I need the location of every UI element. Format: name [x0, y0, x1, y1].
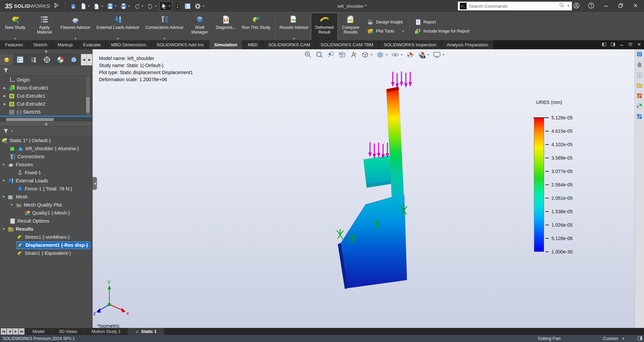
- tree-item-mesh[interactable]: ▼Mesh: [0, 193, 92, 201]
- connections-advisor-button[interactable]: Connections Advisor▼: [142, 13, 186, 40]
- tab-solidworks-cam[interactable]: SOLIDWORKS CAM: [263, 40, 315, 49]
- doc-minimize-icon[interactable]: [620, 42, 624, 48]
- home-taskpane-icon[interactable]: [636, 61, 643, 69]
- propertymanager-tab[interactable]: [13, 54, 27, 65]
- tree-item-sketch5[interactable]: (-) Sketch5: [0, 108, 92, 116]
- doc-close-icon[interactable]: [637, 42, 641, 48]
- previous-tab-icon[interactable]: [7, 328, 12, 335]
- selected-tree-item[interactable]: Displacement1 (-Res disp-): [17, 242, 90, 249]
- scrollbar-thumb[interactable]: [86, 97, 90, 113]
- annotation-view-icon[interactable]: [350, 51, 358, 59]
- restore-button[interactable]: [618, 2, 624, 10]
- close-button[interactable]: [632, 2, 639, 10]
- tree-item-displacement1[interactable]: Displacement1 (-Res disp-): [0, 241, 92, 249]
- filter-dropdown[interactable]: ▼: [11, 130, 13, 133]
- study-tree-filter[interactable]: ▼: [0, 126, 92, 136]
- appearances-icon[interactable]: [636, 103, 643, 111]
- new-study-button[interactable]: New Study▼: [2, 13, 28, 40]
- doc-restore-icon[interactable]: [628, 42, 633, 48]
- expander-icon[interactable]: ▶: [2, 94, 7, 98]
- expander-icon[interactable]: ▶: [2, 102, 7, 106]
- plot-tools-button[interactable]: Plot Tools▼: [367, 28, 405, 35]
- tree-item-cut-extrude2[interactable]: ▶Cut-Extrude2: [0, 100, 92, 108]
- results-advisor-button[interactable]: Results Advisor▼: [276, 13, 311, 40]
- run-this-study-button[interactable]: Run This Study: [239, 13, 273, 40]
- tree-item-stress1[interactable]: Stress1 (-vonMises-): [0, 233, 92, 241]
- expander-icon[interactable]: ▶: [2, 86, 7, 90]
- design-library-icon[interactable]: [636, 82, 643, 90]
- print-flyout[interactable]: ▼: [128, 5, 130, 8]
- design-insight-button[interactable]: Design Insight: [367, 19, 405, 25]
- hide-show-flyout[interactable]: ▼: [400, 53, 403, 56]
- selection-filter-button[interactable]: [173, 1, 182, 11]
- solidworks-logo[interactable]: 3S SOLIDWORKS: [0, 2, 62, 10]
- panel-tab-scroll-left[interactable]: ◀: [81, 54, 87, 65]
- view-settings-flyout[interactable]: ▼: [442, 53, 445, 56]
- external-loads-advisor-button[interactable]: External Loads Advisor▼: [93, 13, 142, 40]
- hide-show-items-icon[interactable]: ▼: [391, 51, 403, 59]
- last-tab-icon[interactable]: [19, 328, 24, 335]
- tab-evaluate[interactable]: Evaluate: [78, 40, 106, 49]
- tree-item-quality1[interactable]: Quality1 (-Mesh-): [0, 209, 92, 217]
- display-style-flyout[interactable]: ▼: [385, 53, 388, 56]
- tree-item-fixtures[interactable]: ▼Fixtures: [0, 161, 92, 169]
- tab-solidworks-add-ins[interactable]: SOLIDWORKS Add-Ins: [151, 40, 209, 49]
- tab-static-1[interactable]: Static 1: [128, 328, 164, 335]
- featuremanager-tab[interactable]: [0, 54, 13, 65]
- tab-solidworks-inspection[interactable]: SOLIDWORKS Inspection: [379, 40, 442, 49]
- expander-icon[interactable]: ▼: [9, 203, 14, 207]
- search-input[interactable]: [469, 4, 557, 9]
- apply-scene-icon[interactable]: ▼: [418, 51, 430, 59]
- file-explorer-icon[interactable]: [636, 93, 643, 100]
- edit-appearance-icon[interactable]: [406, 51, 415, 59]
- tab-solidworks-cam-tbm[interactable]: SOLIDWORKS CAM TBM: [316, 40, 379, 49]
- expander-icon[interactable]: ▼: [1, 227, 6, 231]
- help-icon[interactable]: [588, 2, 594, 10]
- open-document-button[interactable]: ▼: [92, 1, 105, 11]
- panel-tab-scroll-right[interactable]: ▶: [87, 54, 92, 65]
- tab-mbd[interactable]: MBD: [243, 40, 263, 49]
- previous-view-icon[interactable]: [327, 51, 335, 59]
- zoom-to-fit-icon[interactable]: [304, 51, 312, 59]
- shell-manager-button[interactable]: Shell Manager: [186, 13, 213, 40]
- plot-tools-flyout[interactable]: ▼: [402, 30, 405, 33]
- include-image-for-report-button[interactable]: Include Image for Report: [414, 28, 470, 35]
- tree-item-fixed1[interactable]: Fixed-1: [0, 169, 92, 177]
- feature-tree-scrollbar[interactable]: [86, 76, 90, 115]
- options-gear-button[interactable]: ▼: [193, 1, 206, 11]
- panel-splitter-top[interactable]: [0, 49, 92, 54]
- tab-model[interactable]: Model: [25, 328, 52, 335]
- task-pane-toggle-icon[interactable]: [637, 336, 642, 342]
- select-tool-button[interactable]: ▼: [159, 1, 172, 11]
- search-icon[interactable]: [559, 3, 565, 9]
- view-settings-icon[interactable]: ▼: [433, 51, 445, 59]
- next-tab-icon[interactable]: [13, 328, 18, 335]
- displaymanager-tab[interactable]: [54, 54, 67, 65]
- fixtures-advisor-button[interactable]: Fixtures Advisor▼: [57, 13, 93, 40]
- panel-splitter-middle[interactable]: [0, 122, 92, 126]
- compare-results-button[interactable]: Compare Results: [337, 13, 364, 40]
- print-button[interactable]: ▼: [119, 1, 131, 11]
- display-state-dropdown[interactable]: ▼: [622, 337, 625, 340]
- tab-simulation[interactable]: Simulation: [209, 40, 243, 49]
- pane-left-icon[interactable]: [602, 42, 606, 48]
- tree-item-strain1[interactable]: Strain1 (-Equivalent-): [0, 249, 92, 257]
- tab-3d-views[interactable]: 3D Views: [52, 328, 85, 335]
- tab-sketch[interactable]: Sketch: [28, 40, 52, 49]
- logo-flyout-arrow-icon[interactable]: [54, 3, 58, 9]
- hscrollbar-thumb[interactable]: [6, 118, 54, 121]
- tree-item-result-options[interactable]: Result Options: [0, 217, 92, 225]
- graphics-viewport[interactable]: Y x z Model name: left_shoulder Study na…: [93, 49, 635, 328]
- custom-properties-icon[interactable]: [636, 113, 643, 121]
- 3dexperience-icon[interactable]: [636, 51, 643, 59]
- new-document-flyout[interactable]: ▼: [88, 5, 90, 8]
- save-button[interactable]: ▼: [106, 1, 118, 11]
- report-button[interactable]: Report: [414, 19, 470, 25]
- zoom-to-area-icon[interactable]: [315, 51, 324, 59]
- display-style-icon[interactable]: ▼: [376, 51, 388, 59]
- tab-motion-study-1[interactable]: Motion Study 1: [85, 328, 128, 335]
- home-button[interactable]: [69, 1, 78, 11]
- expander-icon[interactable]: ▼: [1, 163, 6, 166]
- tree-item-connections[interactable]: Connections: [0, 153, 92, 161]
- undo-flyout[interactable]: ▼: [141, 5, 144, 8]
